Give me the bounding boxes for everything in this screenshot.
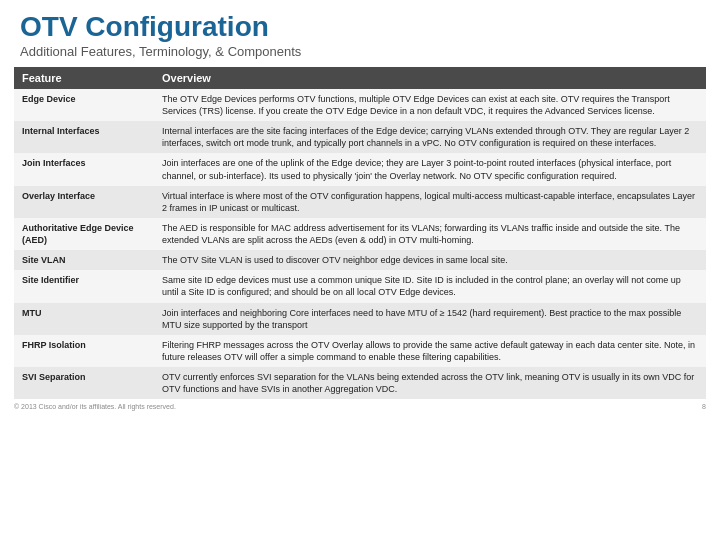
- cell-feature: Site VLAN: [14, 250, 154, 270]
- main-table-wrapper: Feature Overview Edge DeviceThe OTV Edge…: [0, 67, 720, 400]
- cell-feature: Site Identifier: [14, 270, 154, 302]
- table-row: Site VLANThe OTV Site VLAN is used to di…: [14, 250, 706, 270]
- cell-feature: Edge Device: [14, 89, 154, 121]
- footer-page-number: 8: [702, 403, 706, 410]
- table-row: SVI SeparationOTV currently enforces SVI…: [14, 367, 706, 399]
- table-row: Join InterfacesJoin interfaces are one o…: [14, 153, 706, 185]
- cell-overview: The OTV Site VLAN is used to discover OT…: [154, 250, 706, 270]
- cell-overview: Virtual interface is where most of the O…: [154, 186, 706, 218]
- cell-overview: Join interfaces and neighboring Core int…: [154, 303, 706, 335]
- table-row: MTUJoin interfaces and neighboring Core …: [14, 303, 706, 335]
- cell-overview: OTV currently enforces SVI separation fo…: [154, 367, 706, 399]
- cell-overview: Same site ID edge devices must use a com…: [154, 270, 706, 302]
- page-header: OTV Configuration Additional Features, T…: [0, 0, 720, 67]
- cell-overview: The OTV Edge Devices performs OTV functi…: [154, 89, 706, 121]
- footer-copyright: © 2013 Cisco and/or its affiliates. All …: [14, 403, 176, 410]
- cell-overview: Internal interfaces are the site facing …: [154, 121, 706, 153]
- table-row: Authoritative Edge Device (AED)The AED i…: [14, 218, 706, 250]
- table-row: FHRP IsolationFiltering FHRP messages ac…: [14, 335, 706, 367]
- table-header-row: Feature Overview: [14, 67, 706, 89]
- table-row: Overlay InterfaceVirtual interface is wh…: [14, 186, 706, 218]
- table-row: Edge DeviceThe OTV Edge Devices performs…: [14, 89, 706, 121]
- features-table: Feature Overview Edge DeviceThe OTV Edge…: [14, 67, 706, 400]
- cell-overview: The AED is responsible for MAC address a…: [154, 218, 706, 250]
- cell-feature: Join Interfaces: [14, 153, 154, 185]
- cell-feature: SVI Separation: [14, 367, 154, 399]
- cell-feature: FHRP Isolation: [14, 335, 154, 367]
- cell-feature: Overlay Interface: [14, 186, 154, 218]
- table-row: Site IdentifierSame site ID edge devices…: [14, 270, 706, 302]
- cell-overview: Filtering FHRP messages across the OTV O…: [154, 335, 706, 367]
- cell-feature: MTU: [14, 303, 154, 335]
- page-footer: © 2013 Cisco and/or its affiliates. All …: [0, 399, 720, 414]
- col-overview: Overview: [154, 67, 706, 89]
- cell-feature: Authoritative Edge Device (AED): [14, 218, 154, 250]
- page-subtitle: Additional Features, Terminology, & Comp…: [20, 44, 700, 59]
- col-feature: Feature: [14, 67, 154, 89]
- page-title: OTV Configuration: [20, 12, 700, 43]
- cell-overview: Join interfaces are one of the uplink of…: [154, 153, 706, 185]
- table-row: Internal InterfacesInternal interfaces a…: [14, 121, 706, 153]
- cell-feature: Internal Interfaces: [14, 121, 154, 153]
